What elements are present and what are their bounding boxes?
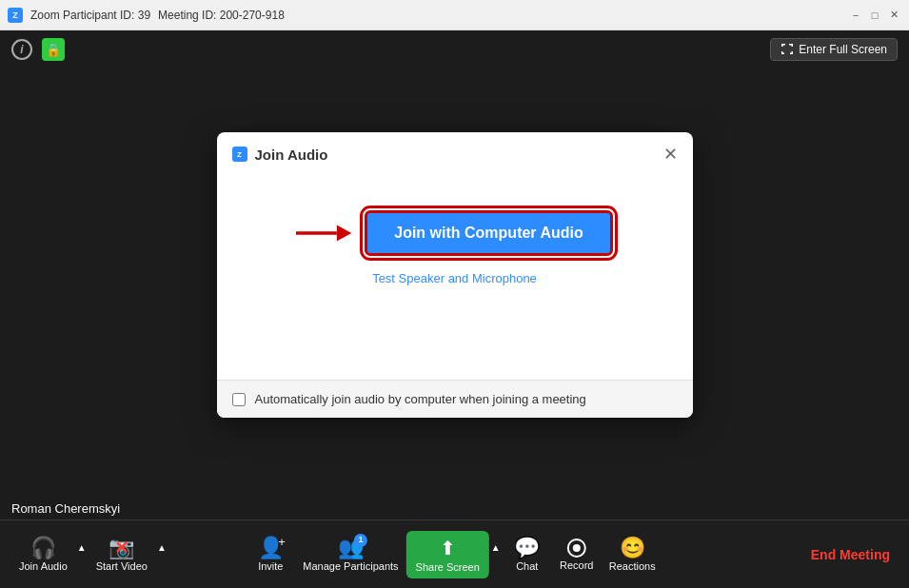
red-arrow (296, 218, 353, 248)
share-screen-caret[interactable]: ▲ (489, 542, 503, 553)
share-screen-icon: ⬆ (440, 537, 456, 559)
share-screen-button[interactable]: ⬆ Share Screen (406, 531, 489, 578)
join-audio-modal: Z Join Audio ✕ Join with Compu (217, 132, 693, 418)
modal-body: Join with Computer Audio Test Speaker an… (217, 172, 693, 380)
record-label: Record (560, 559, 593, 571)
title-bar: Z Zoom Participant ID: 39 Meeting ID: 20… (0, 0, 909, 30)
video-off-icon: 📷 ✕ (109, 538, 134, 559)
modal-zoom-icon: Z (232, 147, 247, 162)
toolbar: 🎧 Join Audio ▲ 📷 ✕ Start Video ▲ 👤+ Invi… (0, 519, 909, 588)
window-controls[interactable]: − □ ✕ (848, 9, 901, 22)
minimize-button[interactable]: − (848, 9, 863, 22)
record-button[interactable]: Record (552, 535, 602, 575)
manage-participants-button[interactable]: 👥 1 Manage Participants (295, 534, 405, 576)
start-video-group: 📷 ✕ Start Video ▲ (89, 534, 168, 576)
record-icon (567, 539, 586, 558)
modal-backdrop: Z Join Audio ✕ Join with Compu (0, 30, 909, 519)
join-audio-caret[interactable]: ▲ (75, 542, 89, 553)
invite-icon: 👤+ (258, 538, 284, 559)
chat-label: Chat (516, 560, 538, 572)
participant-id-text: Zoom Participant ID: 39 (30, 9, 150, 22)
join-with-computer-audio-button[interactable]: Join with Computer Audio (365, 210, 613, 256)
invite-label: Invite (258, 560, 283, 572)
manage-participants-label: Manage Participants (303, 560, 398, 572)
svg-marker-1 (337, 225, 351, 241)
join-audio-label: Join Audio (19, 560, 68, 572)
main-area: i 🔒 Enter Full Screen Z Join Audio ✕ (0, 30, 909, 519)
share-screen-group: ⬆ Share Screen ▲ (406, 531, 503, 578)
chat-icon: 💬 (514, 538, 540, 559)
test-speaker-microphone-link[interactable]: Test Speaker and Microphone (372, 271, 537, 285)
modal-close-button[interactable]: ✕ (663, 146, 678, 163)
toolbar-center: 👤+ Invite 👥 1 Manage Participants ⬆ Shar… (246, 531, 662, 578)
close-button[interactable]: ✕ (886, 9, 901, 22)
modal-header: Z Join Audio ✕ (217, 132, 693, 172)
maximize-button[interactable]: □ (867, 9, 882, 22)
arrow-icon (296, 218, 353, 248)
end-meeting-button[interactable]: End Meeting (803, 541, 898, 568)
reactions-button[interactable]: 😊 Reactions (602, 534, 663, 576)
user-name-label: Roman Cheremskyi (11, 501, 120, 516)
meeting-id-text: Meeting ID: 200-270-918 (158, 9, 285, 22)
modal-title: Join Audio (255, 147, 328, 163)
participant-count-badge: 1 (354, 534, 367, 547)
invite-button[interactable]: 👤+ Invite (246, 534, 295, 576)
auto-join-audio-checkbox[interactable] (232, 393, 246, 406)
join-audio-group: 🎧 Join Audio ▲ (11, 534, 89, 576)
chat-button[interactable]: 💬 Chat (503, 534, 552, 576)
join-audio-button[interactable]: 🎧 Join Audio (11, 534, 75, 576)
start-video-caret[interactable]: ▲ (155, 542, 168, 553)
modal-title-wrap: Z Join Audio (232, 147, 328, 163)
title-bar-left: Z Zoom Participant ID: 39 Meeting ID: 20… (8, 8, 285, 23)
start-video-button[interactable]: 📷 ✕ Start Video (89, 534, 155, 576)
reactions-label: Reactions (609, 560, 656, 572)
button-row: Join with Computer Audio (296, 210, 613, 256)
headphone-icon: 🎧 (30, 538, 56, 559)
reactions-icon: 😊 (620, 538, 645, 559)
toolbar-right: End Meeting (803, 541, 898, 568)
modal-footer: Automatically join audio by computer whe… (217, 380, 693, 418)
zoom-logo-icon: Z (8, 8, 23, 23)
participants-icon: 👥 1 (338, 538, 364, 559)
auto-join-audio-label: Automatically join audio by computer whe… (255, 392, 586, 406)
share-screen-label: Share Screen (416, 561, 480, 573)
start-video-label: Start Video (96, 560, 148, 572)
